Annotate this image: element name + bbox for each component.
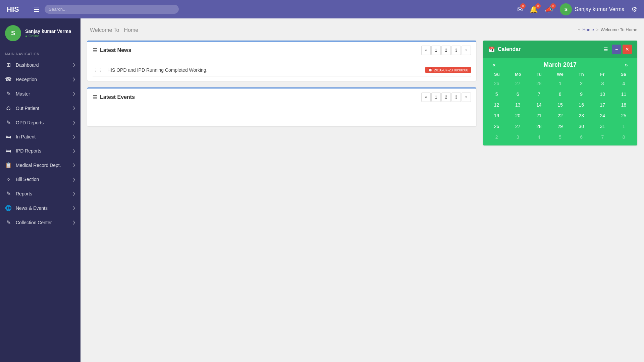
calendar-day[interactable]: 8: [613, 132, 634, 142]
news-page-2[interactable]: 2: [441, 46, 451, 55]
events-page-prev[interactable]: «: [421, 93, 431, 102]
news-page-next[interactable]: »: [462, 46, 471, 55]
chevron-icon-ipdreports: ❯: [72, 149, 75, 153]
main-layout: S Sanjay kumar Verma Online MAIN NAVIGAT…: [0, 18, 644, 362]
calendar-day[interactable]: 26: [486, 78, 507, 88]
calendar-day[interactable]: 31: [592, 121, 613, 131]
calendar-prev-button[interactable]: «: [490, 61, 498, 68]
sidebar-item-reception[interactable]: ☎ Reception ❯: [0, 72, 80, 86]
calendar-day[interactable]: 19: [486, 111, 507, 121]
sidebar-item-master[interactable]: ✎ Master ❯: [0, 86, 80, 101]
calendar-day[interactable]: 27: [507, 78, 528, 88]
sidebar-item-inpatient[interactable]: 🛏 In Patient ❯: [0, 130, 80, 144]
events-page-next[interactable]: »: [462, 93, 471, 102]
calendar-day[interactable]: 15: [550, 100, 570, 110]
calendar-day[interactable]: 16: [571, 100, 592, 110]
day-header-sa: Sa: [613, 72, 634, 77]
calendar-day[interactable]: 30: [571, 121, 592, 131]
calendar-menu-button[interactable]: ☰: [601, 45, 610, 54]
settings-icon[interactable]: ⚙: [631, 5, 637, 13]
calendar-minimize-button[interactable]: −: [612, 45, 621, 54]
chevron-icon-reports: ❯: [72, 191, 75, 196]
calendar-day[interactable]: 6: [507, 89, 528, 99]
calendar-day[interactable]: 5: [486, 89, 507, 99]
content-row: ☰ Latest News « 1 2 3 » ⋮⋮: [87, 41, 637, 145]
day-header-we: We: [550, 72, 571, 77]
sidebar-item-dashboard[interactable]: ⊞ Dashboard ❯: [0, 58, 80, 72]
calendar-day[interactable]: 14: [529, 100, 549, 110]
sidebar-item-ipdreports[interactable]: 🛏 IPD Reports ❯: [0, 144, 80, 158]
mail-icon-wrap[interactable]: ✉ 0: [517, 5, 523, 13]
calendar-day[interactable]: 24: [592, 111, 613, 121]
latest-news-card-header: ☰ Latest News « 1 2 3 »: [87, 42, 476, 59]
calendar-day[interactable]: 5: [550, 132, 570, 142]
calendar-day[interactable]: 21: [529, 111, 549, 121]
calendar-day[interactable]: 27: [507, 121, 528, 131]
calendar-day[interactable]: 7: [592, 132, 613, 142]
calendar-day[interactable]: 2: [486, 132, 507, 142]
calendar-day[interactable]: 6: [571, 132, 592, 142]
calendar-day[interactable]: 9: [571, 89, 592, 99]
news-page-1[interactable]: 1: [431, 46, 441, 55]
user-menu[interactable]: S Sanjay kumar Verma: [560, 3, 625, 15]
news-page-prev[interactable]: «: [421, 46, 431, 55]
hamburger-icon[interactable]: ☰: [34, 5, 40, 13]
calendar-day[interactable]: 23: [571, 111, 592, 121]
flag-icon-wrap[interactable]: 📣 0: [545, 5, 553, 13]
chevron-icon-outpatient: ❯: [72, 106, 75, 110]
sidebar-item-reports[interactable]: ✎ Reports ❯: [0, 186, 80, 201]
calendar-days: 2627281234567891011121314151617181920212…: [486, 78, 634, 142]
calendar-day[interactable]: 17: [592, 100, 613, 110]
calendar-day[interactable]: 12: [486, 100, 507, 110]
calendar-day[interactable]: 20: [507, 111, 528, 121]
calendar-day[interactable]: 3: [507, 132, 528, 142]
sidebar-status: Online: [25, 34, 71, 38]
breadcrumb-separator: >: [596, 27, 599, 32]
news-page-3[interactable]: 3: [451, 46, 461, 55]
calendar-day[interactable]: 7: [529, 89, 549, 99]
calendar-day[interactable]: 1: [613, 121, 634, 131]
calendar-day[interactable]: 8: [550, 89, 570, 99]
sidebar-item-opdreports[interactable]: ✎ OPD Reports ❯: [0, 115, 80, 130]
calendar-day[interactable]: 1: [550, 78, 570, 88]
breadcrumb-home-link[interactable]: Home: [582, 27, 594, 32]
calendar-day[interactable]: 10: [592, 89, 613, 99]
calendar-close-button[interactable]: ✕: [623, 45, 632, 54]
calendar-day[interactable]: 28: [529, 78, 549, 88]
calendar-day[interactable]: 22: [550, 111, 570, 121]
page-title: Welcome To Home: [87, 25, 138, 34]
calendar-day[interactable]: 2: [571, 78, 592, 88]
sidebar-item-label-outpatient: Out Patient: [16, 106, 39, 111]
sidebar-item-label-newsevents: News & Events: [16, 205, 48, 211]
calendar-month-label: March 2017: [544, 61, 577, 68]
sidebar-user: S Sanjay kumar Verma Online: [0, 18, 80, 48]
sidebar-item-outpatient[interactable]: ♺ Out Patient ❯: [0, 101, 80, 115]
chevron-icon-master: ❯: [72, 92, 75, 96]
sidebar-item-newsevents[interactable]: 🌐 News & Events ❯: [0, 201, 80, 215]
calendar-day[interactable]: 18: [613, 100, 634, 110]
mail-badge: 0: [520, 3, 526, 9]
calendar-day[interactable]: 28: [529, 121, 549, 131]
events-page-3[interactable]: 3: [451, 93, 461, 102]
sidebar-item-medicalrecord[interactable]: 📋 Medical Record Dept. ❯: [0, 158, 80, 172]
search-bar: [45, 5, 179, 14]
sidebar-item-billsection[interactable]: ○ Bill Section ❯: [0, 172, 80, 186]
calendar-next-button[interactable]: »: [622, 61, 631, 68]
events-page-2[interactable]: 2: [441, 93, 451, 102]
sidebar-item-collectioncenter[interactable]: ✎ Collection Center ❯: [0, 215, 80, 230]
opdreports-icon: ✎: [5, 119, 12, 126]
calendar-day[interactable]: 13: [507, 100, 528, 110]
calendar-day[interactable]: 4: [529, 132, 549, 142]
calendar-day[interactable]: 29: [550, 121, 570, 131]
calendar-day[interactable]: 25: [613, 111, 634, 121]
events-page-1[interactable]: 1: [431, 93, 441, 102]
search-input[interactable]: [45, 5, 179, 14]
calendar-day[interactable]: 26: [486, 121, 507, 131]
calendar-day[interactable]: 3: [592, 78, 613, 88]
events-pagination: « 1 2 3 »: [421, 93, 471, 102]
calendar-day[interactable]: 4: [613, 78, 634, 88]
news-pagination: « 1 2 3 »: [421, 46, 471, 55]
calendar-day[interactable]: 11: [613, 89, 634, 99]
ipdreports-icon: 🛏: [5, 148, 12, 154]
bell-icon-wrap[interactable]: 🔔 0: [530, 5, 538, 13]
